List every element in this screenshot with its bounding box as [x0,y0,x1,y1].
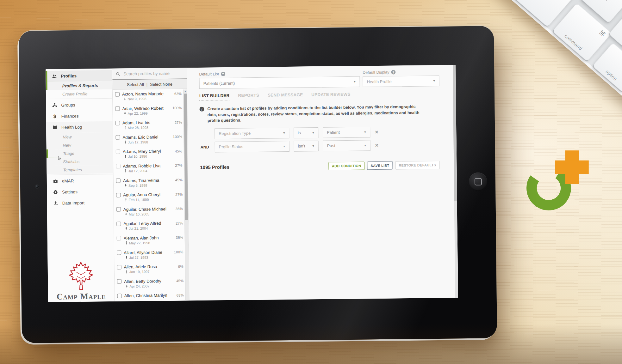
tab[interactable]: LIST BUILDER [199,93,230,101]
profile-completion-pct: 27% [175,164,182,167]
condition-field-select[interactable]: Profile Status ▼ [215,141,289,152]
sidebar-item-label: Groups [61,103,75,107]
help-icon[interactable]: ? [391,70,395,74]
sidebar-item-label: eMAR [62,179,74,183]
profile-row[interactable]: Adams, Mary Cheryl 45% Jul 10, 1986 [113,147,184,162]
sidebar-item-label: Statistics [63,159,79,164]
profile-checkbox[interactable] [117,236,121,240]
sidebar-item[interactable]: View [46,132,113,141]
profile-checkbox[interactable] [116,149,120,154]
upload-icon [53,201,58,206]
tab[interactable]: UPDATE REVIEWS [311,92,351,100]
profile-row[interactable]: Aguilar, Leroy Alfred 27% Jul 21, 2004 [114,219,185,234]
sidebar-item[interactable]: Templates [47,165,113,174]
media-key-glyph: ▶| [603,0,611,1]
condition-value-select[interactable]: Patient ▼ [323,127,370,138]
add-condition-button[interactable]: ADD CONDITION [328,161,365,170]
profile-name: Adams, Eric Daniel [122,135,170,140]
help-icon[interactable]: ? [221,72,225,76]
sidebar-item[interactable]: Profiles [46,70,112,82]
profile-row[interactable]: Allard, Allyson Diane 100% Jul 27, 1993 [114,248,185,263]
campdoc-logo [525,148,592,215]
profile-checkbox[interactable] [117,251,121,255]
chevron-down-icon: ▼ [353,80,356,83]
profile-checkbox[interactable] [116,207,121,212]
sidebar-item[interactable]: Settings [47,186,113,198]
condition-operator-select[interactable]: is ▼ [294,127,318,138]
condition-value-select[interactable]: Past ▼ [323,140,370,151]
condition-operator-select[interactable]: isn't ▼ [294,141,319,152]
profile-row[interactable]: Aleman, Alan John 36% May 22, 1998 [114,234,185,249]
profile-checkbox[interactable] [115,92,120,96]
save-list-button[interactable]: SAVE LIST [367,161,393,170]
profile-row[interactable]: Allen, Adele Rosa 9% Jan 19, 1997 [115,263,185,278]
profile-name: Aguilar, Chase Michael [123,207,173,212]
app-sidebar: Profiles Profiles & Reports Create Profi… [46,69,115,302]
scroll-up-icon[interactable]: ▲ [183,90,187,92]
tab[interactable]: REPORTS [238,93,259,100]
select-none-link[interactable]: Select None [150,82,172,87]
sidebar-item-label: Settings [62,190,78,195]
default-display-select[interactable]: Health Profile ▼ [363,76,439,87]
tab-label: SEND MESSAGE [268,92,303,97]
profile-checkbox[interactable] [117,279,121,284]
remove-condition-icon[interactable]: × [375,129,378,135]
remove-condition-icon[interactable]: × [375,143,379,148]
profile-name: Adams, Robbie Lisa [123,163,172,169]
profile-row[interactable]: Adams, Robbie Lisa 27% Jul 12, 2004 [113,161,184,177]
sidebar-nav: Profiles Profiles & Reports Create Profi… [46,70,114,209]
sidebar-item[interactable]: $ Finances [46,110,113,122]
profile-checkbox[interactable] [116,179,121,183]
sidebar-item[interactable]: Health Log [46,121,113,133]
sidebar-item[interactable]: Create Profile [46,89,112,98]
sidebar-item[interactable]: Data Import [47,197,113,209]
profile-checkbox[interactable] [117,265,121,269]
person-icon [125,270,128,274]
profile-row[interactable]: Aguiar, Anna Cheryl 27% Feb 11, 1999 [114,191,184,206]
sidebar-item-label: View [63,135,72,139]
sidebar-item[interactable]: New [47,141,113,149]
sidebar-item[interactable]: Groups [46,99,112,111]
profile-row[interactable]: Adam, Lisa Iris 27% Mar 28, 1993 [113,118,184,134]
profile-checkbox[interactable] [115,135,120,140]
profile-checkbox[interactable] [116,221,121,226]
profile-row[interactable]: Aguilar, Chase Michael 36% Mar 10, 2005 [114,205,185,220]
profile-checkbox[interactable] [115,106,120,111]
profile-name: Aguilar, Leroy Alfred [123,221,173,226]
sidebar-item[interactable]: Profiles & Reports [46,81,112,90]
profile-completion-pct: 36% [176,207,183,211]
home-button[interactable] [469,172,488,191]
people-icon [52,74,57,79]
profile-row[interactable]: Acton, Nancy Marjorie 63% Nov 9, 1998 [113,89,183,105]
default-list-select[interactable]: Patients (current) ▼ [199,76,360,89]
profile-checkbox[interactable] [116,164,120,168]
search-input[interactable] [123,70,183,76]
default-display-label: Default Display [363,70,389,75]
profile-row[interactable]: Adair, Wilfredo Robert 100% Apr 22, 1999 [113,104,183,119]
profile-checkbox[interactable] [117,294,122,298]
profile-dob: Mar 10, 2005 [129,212,149,216]
home-button-square-icon [474,178,482,185]
profile-row[interactable]: Allen, Betty Dorothy 45% Apr 24, 2007 [115,277,185,292]
select-all-link[interactable]: Select All [127,82,144,87]
profile-row[interactable]: Adams, Tina Velma 45% Sep 5, 1999 [114,176,184,191]
restore-defaults-button[interactable]: RESTORE DEFAULTS [395,161,439,169]
profile-name: Adair, Wilfredo Robert [122,106,170,111]
profile-row[interactable]: Adams, Eric Daniel 100% Jun 17, 1988 [113,133,184,148]
sidebar-item[interactable]: Triage [47,149,113,158]
condition-field-select[interactable]: Registration Type ▼ [215,128,289,139]
condition-value: Patient [327,130,340,135]
tab[interactable]: SEND MESSAGE [268,92,303,100]
sidebar-item[interactable]: eMAR [47,175,113,187]
sidebar-item-label: Finances [61,114,79,119]
profile-completion-pct: 100% [173,135,182,139]
profile-checkbox[interactable] [115,121,120,125]
profile-checkbox[interactable] [116,193,121,197]
profile-row[interactable]: Allen, Christina Marilyn 63% [115,291,186,301]
medkit-icon [53,179,58,184]
profile-dob: Jul 12, 2004 [128,169,147,173]
person-icon [124,112,127,115]
profile-dob: Jun 17, 1988 [128,140,148,144]
profile-completion-pct: 27% [175,120,182,124]
sidebar-item[interactable]: Statistics [47,157,113,166]
